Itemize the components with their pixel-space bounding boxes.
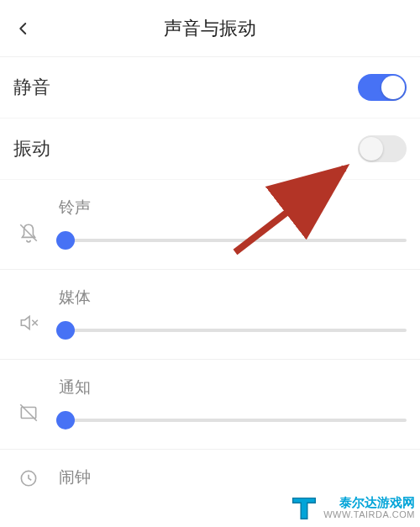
- speaker-muted-icon: [13, 312, 44, 334]
- bell-muted-icon: [13, 222, 44, 244]
- media-slider[interactable]: [59, 329, 407, 332]
- header: 声音与振动: [0, 0, 420, 57]
- page-title: 声音与振动: [164, 16, 256, 41]
- alarm-section: 闹钟: [0, 450, 420, 497]
- mute-row: 静音: [0, 57, 420, 119]
- notification-slider-thumb[interactable]: [56, 411, 75, 430]
- media-label: 媒体: [59, 287, 407, 308]
- watermark-url: WWW.TAIRDA.COM: [323, 509, 415, 520]
- notification-section: 通知: [0, 360, 420, 450]
- alarm-label: 闹钟: [59, 466, 407, 488]
- back-button[interactable]: [10, 15, 37, 42]
- notification-slider[interactable]: [59, 419, 407, 422]
- vibrate-row: 振动: [0, 119, 420, 180]
- ringtone-slider-thumb[interactable]: [56, 231, 75, 250]
- alarm-icon: [13, 466, 44, 488]
- mute-label: 静音: [13, 75, 50, 100]
- watermark-title: 泰尔达游戏网: [339, 495, 415, 509]
- notification-muted-icon: [13, 402, 44, 424]
- notification-label: 通知: [59, 377, 407, 398]
- mute-toggle[interactable]: [358, 74, 407, 101]
- vibrate-toggle[interactable]: [358, 135, 407, 162]
- ringtone-section: 铃声: [0, 180, 420, 270]
- vibrate-label: 振动: [13, 136, 50, 161]
- media-slider-thumb[interactable]: [56, 321, 75, 340]
- ringtone-label: 铃声: [59, 197, 407, 219]
- chevron-left-icon: [16, 21, 31, 36]
- ringtone-slider[interactable]: [59, 239, 407, 242]
- media-section: 媒体: [0, 270, 420, 360]
